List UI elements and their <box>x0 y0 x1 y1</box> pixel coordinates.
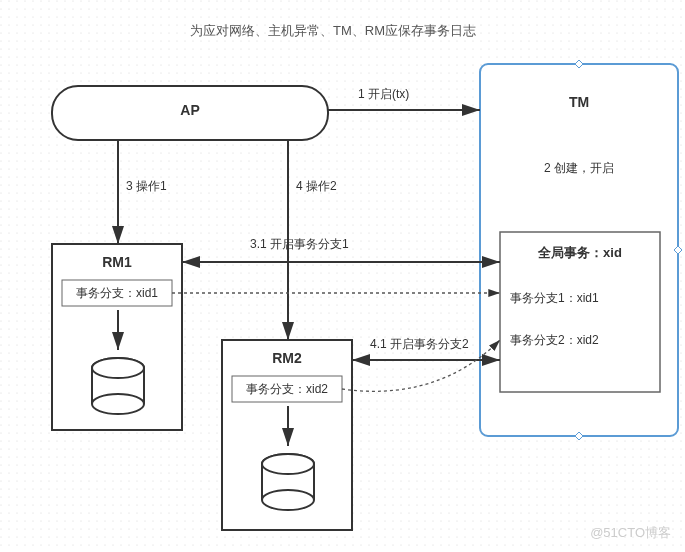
svg-point-22 <box>262 490 314 510</box>
edge-1-label: 1 开启(tx) <box>358 86 409 103</box>
tm-note: 2 创建，开启 <box>480 160 678 177</box>
global-branch2: 事务分支2：xid2 <box>510 332 650 349</box>
svg-point-13 <box>92 394 144 414</box>
node-rm2-label: RM2 <box>222 350 352 366</box>
svg-point-23 <box>262 454 314 474</box>
node-ap-label: AP <box>52 102 328 118</box>
diagram-title: 为应对网络、主机异常、TM、RM应保存事务日志 <box>190 22 476 40</box>
node-rm1-label: RM1 <box>52 254 182 270</box>
watermark: @51CTO博客 <box>590 524 671 542</box>
edge-3-label: 3 操作1 <box>126 178 167 195</box>
rm2-inner: 事务分支：xid2 <box>232 381 342 398</box>
edge-31-label: 3.1 开启事务分支1 <box>250 236 349 253</box>
rm1-inner: 事务分支：xid1 <box>62 285 172 302</box>
node-tm-label: TM <box>480 94 678 110</box>
svg-point-14 <box>92 358 144 378</box>
global-branch1: 事务分支1：xid1 <box>510 290 650 307</box>
edge-4-label: 4 操作2 <box>296 178 337 195</box>
edge-41-label: 4.1 开启事务分支2 <box>370 336 469 353</box>
global-tx-title: 全局事务：xid <box>500 244 660 262</box>
